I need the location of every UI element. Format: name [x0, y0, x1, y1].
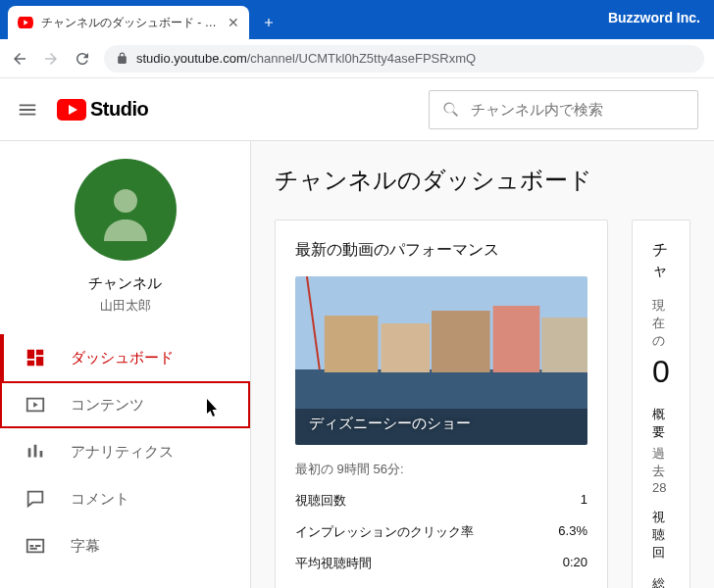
- svg-rect-5: [381, 323, 430, 372]
- stat-header: 最初の 9時間 56分:: [295, 461, 587, 478]
- channel-label: チャンネル: [88, 274, 162, 293]
- new-tab-button[interactable]: [255, 9, 282, 36]
- svg-rect-4: [325, 316, 379, 372]
- sidebar-item-analytics[interactable]: アナリティクス: [0, 428, 250, 475]
- subscribers-value: 0: [652, 354, 670, 390]
- page-title: チャンネルのダッシュボード: [275, 165, 690, 196]
- summary-label: 概要: [652, 406, 670, 441]
- avatar[interactable]: [75, 159, 177, 261]
- analytics-card: チャ 現在の 0 概要 過去 28 視聴回 総再生 人気の 過去 48: [632, 220, 690, 588]
- close-icon[interactable]: ✕: [228, 15, 239, 30]
- sidebar-item-label: コンテンツ: [71, 396, 144, 415]
- search-box[interactable]: [429, 90, 698, 129]
- total-watch-label: 総再生: [652, 575, 670, 588]
- stat-row: インプレッションのクリック率 6.3%: [295, 523, 587, 541]
- search-icon: [441, 100, 461, 120]
- summary-range: 過去 28: [652, 445, 670, 495]
- svg-rect-8: [541, 318, 587, 372]
- sidebar-item-dashboard[interactable]: ダッシュボード: [0, 334, 250, 381]
- latest-video-card: 最新の動画のパフォーマンス ディズニーシーのショー: [275, 220, 608, 588]
- stat-label: 視聴回数: [295, 492, 346, 510]
- address-bar[interactable]: studio.youtube.com/channel/UCMTkl0hZ5tty…: [104, 45, 704, 73]
- stat-value: 6.3%: [558, 523, 587, 541]
- subscribers-label: 現在の: [652, 297, 670, 350]
- stat-row: 視聴回数 1: [295, 492, 587, 510]
- youtube-favicon: [18, 17, 33, 28]
- logo-text: Studio: [90, 98, 148, 121]
- app-header: Studio: [0, 78, 714, 141]
- cursor-icon: [207, 399, 223, 418]
- sidebar-nav: ダッシュボード コンテンツ アナリティクス コメント 字幕: [0, 334, 250, 569]
- sidebar-item-label: コメント: [71, 490, 129, 509]
- sidebar-item-content[interactable]: コンテンツ: [0, 381, 250, 428]
- forward-button[interactable]: [41, 49, 61, 69]
- stat-row: 平均視聴時間 0:20: [295, 555, 587, 572]
- lock-icon: [116, 52, 128, 65]
- stat-label: インプレッションのクリック率: [295, 523, 474, 541]
- stat-value: 0:20: [563, 555, 587, 572]
- back-button[interactable]: [10, 49, 29, 69]
- channel-name: 山田太郎: [100, 297, 151, 315]
- comment-icon: [24, 487, 47, 511]
- sidebar-item-label: 字幕: [71, 537, 100, 556]
- reload-button[interactable]: [73, 49, 92, 69]
- analytics-icon: [24, 440, 47, 464]
- window-brand: Buzzword Inc.: [608, 10, 700, 25]
- svg-rect-7: [493, 306, 540, 372]
- sidebar-item-comments[interactable]: コメント: [0, 475, 250, 522]
- tab-title: チャンネルのダッシュボード - YouTube: [41, 15, 220, 31]
- video-title: ディズニーシーのショー: [309, 415, 471, 433]
- card-title: 最新の動画のパフォーマンス: [295, 240, 587, 261]
- browser-toolbar: studio.youtube.com/channel/UCMTkl0hZ5tty…: [0, 39, 714, 78]
- sidebar-item-label: アナリティクス: [71, 443, 174, 462]
- svg-point-1: [114, 189, 137, 213]
- sidebar-item-subtitles[interactable]: 字幕: [0, 522, 250, 569]
- studio-logo[interactable]: Studio: [57, 98, 148, 121]
- video-thumbnail[interactable]: ディズニーシーのショー: [295, 276, 587, 445]
- url-text: studio.youtube.com/channel/UCMTkl0hZ5tty…: [136, 51, 476, 66]
- youtube-icon: [57, 99, 86, 121]
- svg-rect-6: [432, 311, 490, 372]
- browser-titlebar: チャンネルのダッシュボード - YouTube ✕ Buzzword Inc.: [0, 0, 714, 39]
- sidebar-item-label: ダッシュボード: [71, 349, 174, 368]
- card-title: チャ: [652, 240, 670, 281]
- browser-tab[interactable]: チャンネルのダッシュボード - YouTube ✕: [8, 6, 249, 39]
- dashboard-icon: [24, 346, 47, 369]
- search-input[interactable]: [471, 101, 686, 118]
- hamburger-icon[interactable]: [16, 98, 39, 122]
- stat-value: 1: [581, 492, 587, 510]
- sidebar: チャンネル 山田太郎 ダッシュボード コンテンツ アナリティクス コメント: [0, 141, 251, 588]
- subtitles-icon: [24, 534, 47, 558]
- content-icon: [24, 393, 47, 416]
- stat-label: 平均視聴時間: [295, 555, 372, 572]
- content: チャンネルのダッシュボード 最新の動画のパフォーマンス: [251, 141, 714, 588]
- views-label: 視聴回: [652, 509, 670, 562]
